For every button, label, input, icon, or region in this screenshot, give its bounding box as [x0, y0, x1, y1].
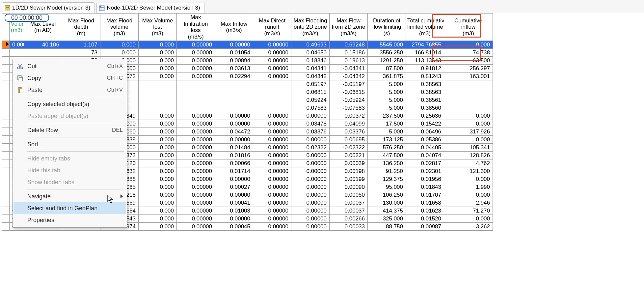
cell[interactable]: 0.00000	[177, 183, 215, 191]
cell[interactable]: 0.00000	[253, 49, 291, 57]
cell[interactable]: 0.02817	[406, 159, 444, 167]
cell[interactable]: 0.00000	[291, 199, 330, 207]
cell[interactable]: 87.500	[368, 65, 406, 72]
cell[interactable]: 0.01843	[406, 183, 444, 191]
cell[interactable]: 0.02294	[215, 72, 253, 80]
cell[interactable]: 0.01956	[406, 175, 444, 183]
cell[interactable]: 0.02322	[291, 144, 330, 152]
col-header-8[interactable]: Max Floodingonto 2D zone(m3/s)	[291, 14, 330, 41]
cell[interactable]: 0.38561	[406, 96, 444, 104]
cell[interactable]: 0.03613	[215, 65, 253, 72]
cell[interactable]: 0.00000	[177, 191, 215, 199]
cell[interactable]: 0.000	[444, 136, 493, 144]
cell[interactable]: 447.500	[368, 152, 406, 159]
cell[interactable]: 0.00000	[177, 57, 215, 65]
menu-item-properties[interactable]: Properties	[13, 214, 126, 226]
cell[interactable]: 0.01484	[215, 144, 253, 152]
cell[interactable]: 0.01714	[215, 167, 253, 175]
cell[interactable]: 0.69248	[330, 41, 368, 49]
cell[interactable]: 0.00000	[253, 57, 291, 65]
cell[interactable]: 0.03376	[291, 128, 330, 136]
cell[interactable]: 0.00000	[177, 112, 215, 120]
cell[interactable]: 0.000	[139, 120, 177, 128]
cell[interactable]: -0.03376	[330, 128, 368, 136]
cell[interactable]: 0.00000	[177, 215, 215, 223]
cell[interactable]: 0.000	[139, 159, 177, 167]
cell[interactable]: -0.06815	[330, 88, 368, 96]
cell[interactable]: 1291.250	[368, 57, 406, 65]
cell[interactable]: 0.00000	[253, 215, 291, 223]
cell[interactable]: 0.00000	[215, 191, 253, 199]
cell[interactable]	[444, 96, 493, 104]
cell[interactable]: 0.000	[139, 72, 177, 80]
cell[interactable]: 173.125	[368, 136, 406, 144]
cell[interactable]: 0.00039	[330, 159, 368, 167]
cell[interactable]: 0.00000	[177, 207, 215, 215]
cell[interactable]: 0.000	[444, 120, 493, 128]
row-selector[interactable]	[2, 183, 10, 191]
cell[interactable]: 256.297	[444, 65, 493, 72]
cell[interactable]: 325.000	[368, 215, 406, 223]
cell[interactable]: 0.04341	[291, 65, 330, 72]
cell[interactable]: 0.91812	[406, 65, 444, 72]
cell[interactable]: 40.106	[24, 41, 62, 49]
cell[interactable]: 0.00000	[291, 191, 330, 199]
cell[interactable]: 0.01054	[215, 49, 253, 57]
cell[interactable]: 0.00000	[253, 120, 291, 128]
cell[interactable]: 0.000	[100, 41, 139, 49]
cell[interactable]: 0.00000	[177, 223, 215, 231]
cell[interactable]: 0.00266	[330, 215, 368, 223]
cell[interactable]: -0.05924	[330, 96, 368, 104]
cell[interactable]: 0.01520	[406, 215, 444, 223]
cell[interactable]: 0.00000	[177, 144, 215, 152]
cell[interactable]: 129.375	[368, 175, 406, 183]
cell[interactable]: 128.826	[444, 152, 493, 159]
cell[interactable]	[253, 104, 291, 112]
cell[interactable]: 576.250	[368, 144, 406, 152]
cell[interactable]: 0.00000	[291, 183, 330, 191]
cell[interactable]: 4.762	[444, 159, 493, 167]
cell[interactable]: 0.00000	[291, 159, 330, 167]
cell[interactable]: 0.00894	[215, 57, 253, 65]
cell[interactable]: 0.38563	[406, 88, 444, 96]
cell[interactable]: 0.07583	[291, 104, 330, 112]
cell[interactable]: 0.00000	[253, 199, 291, 207]
cell[interactable]	[253, 96, 291, 104]
cell[interactable]: 0.00000	[253, 159, 291, 167]
cell[interactable]: 0.00000	[253, 207, 291, 215]
cell[interactable]: 0.04405	[406, 144, 444, 152]
cell[interactable]: 5.000	[368, 80, 406, 88]
cell[interactable]: 0.00000	[253, 175, 291, 183]
cell[interactable]: 414.375	[368, 207, 406, 215]
cell[interactable]: 0.00000	[177, 128, 215, 136]
cell[interactable]: 0.00000	[253, 112, 291, 120]
cell[interactable]: 0.000	[139, 112, 177, 120]
cell[interactable]: 0.000	[139, 41, 177, 49]
cell[interactable]	[139, 80, 177, 88]
cell[interactable]	[139, 104, 177, 112]
cell[interactable]: 0.00000	[291, 215, 330, 223]
cell[interactable]: 0.000	[139, 175, 177, 183]
cell[interactable]: 0.000	[444, 41, 493, 49]
cell[interactable]: 0.01003	[215, 207, 253, 215]
cell[interactable]	[10, 49, 24, 57]
cell[interactable]: 166.81914	[406, 49, 444, 57]
cell[interactable]: 3556.250	[368, 49, 406, 57]
cell[interactable]: 5.000	[368, 104, 406, 112]
col-header-12[interactable]: Cumulativeinflow(m3)	[444, 14, 493, 41]
cell[interactable]	[215, 104, 253, 112]
cell[interactable]: 0.00033	[330, 223, 368, 231]
cell[interactable]: 0.19613	[330, 57, 368, 65]
cell[interactable]: -0.02322	[330, 144, 368, 152]
cell[interactable]: 0.18846	[291, 57, 330, 65]
cell[interactable]: 3.262	[444, 223, 493, 231]
cell[interactable]: 0.000	[139, 223, 177, 231]
row-selector[interactable]	[2, 41, 10, 49]
row-selector[interactable]	[2, 65, 10, 72]
cell[interactable]: 5.000	[368, 128, 406, 136]
row-selector[interactable]	[2, 136, 10, 144]
cell[interactable]: 0.00037	[330, 207, 368, 215]
cell[interactable]: 0.00000	[215, 175, 253, 183]
cell[interactable]: 0.000	[139, 136, 177, 144]
cell[interactable]: 0.00000	[177, 167, 215, 175]
